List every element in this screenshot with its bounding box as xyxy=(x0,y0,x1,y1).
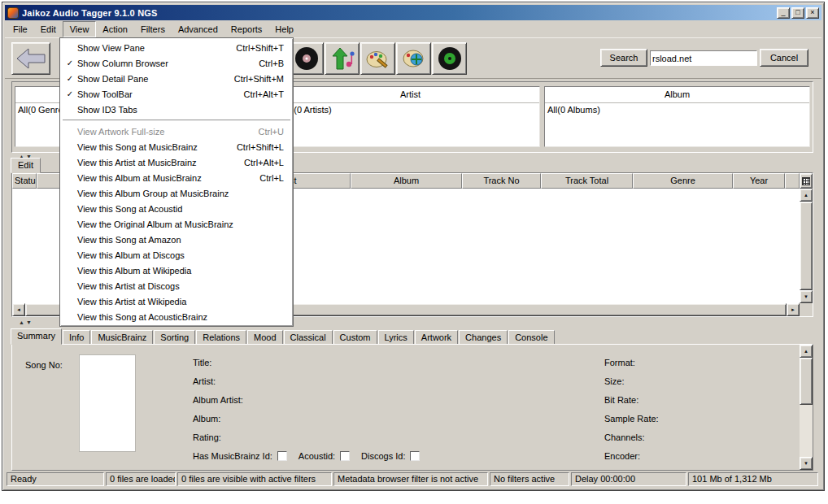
menu-view[interactable]: View xyxy=(63,21,97,37)
menu-item-view-artist-discogs[interactable]: View this Artist at Discogs xyxy=(61,278,292,293)
detail-tab-bar: Summary Info MusicBrainz Sorting Relatio… xyxy=(11,328,817,345)
menu-edit[interactable]: Edit xyxy=(34,22,63,37)
summary-scroll-track[interactable] xyxy=(800,405,813,457)
menu-item-show-view-pane[interactable]: Show View Pane Ctrl+Shift+T xyxy=(61,40,292,55)
back-button[interactable] xyxy=(11,42,50,75)
autocorrect-button[interactable] xyxy=(325,42,360,75)
close-button[interactable]: × xyxy=(806,7,819,19)
menu-item-view-song-acoustid[interactable]: View this Song at Acoustid xyxy=(61,201,292,216)
scroll-up-icon[interactable]: ▲ xyxy=(800,189,813,202)
column-header-status[interactable]: Status xyxy=(12,173,37,189)
menu-item-view-song-acousticbrainz[interactable]: View this Song at AcousticBrainz xyxy=(61,309,292,324)
vinyl-record-button[interactable] xyxy=(289,42,324,75)
minimize-button[interactable]: _ xyxy=(777,7,790,19)
tab-artwork[interactable]: Artwork xyxy=(415,330,458,345)
summary-scroll-thumb[interactable] xyxy=(800,358,813,405)
album-artist-label: Album Artist: xyxy=(193,395,243,405)
edit-palette-button[interactable] xyxy=(360,42,395,75)
sample-rate-label: Sample Rate: xyxy=(604,414,659,424)
scroll-down-icon[interactable]: ▼ xyxy=(800,457,813,470)
tab-classical[interactable]: Classical xyxy=(284,330,333,345)
menu-item-show-detail-pane[interactable]: ✓ Show Detail Pane Ctrl+Shift+M xyxy=(61,71,292,86)
tab-edit[interactable]: Edit xyxy=(11,158,41,173)
column-header-track-no[interactable]: Track No xyxy=(462,173,541,189)
tab-musicbrainz[interactable]: MusicBrainz xyxy=(91,330,153,345)
menu-filters[interactable]: Filters xyxy=(134,22,172,37)
menu-item-view-song-musicbrainz[interactable]: View this Song at MusicBrainz Ctrl+Shift… xyxy=(61,139,292,154)
menu-item-view-artist-wikipedia[interactable]: View this Artist at Wikipedia xyxy=(61,293,292,309)
scrollbar-corner xyxy=(800,303,813,316)
channels-label: Channels: xyxy=(604,432,645,442)
menu-item-view-album-discogs[interactable]: View this Album at Discogs xyxy=(61,247,292,263)
tab-sorting[interactable]: Sorting xyxy=(154,330,195,345)
column-header-track-total[interactable]: Track Total xyxy=(541,173,633,189)
column-header-year[interactable]: Year xyxy=(733,173,785,189)
menu-help[interactable]: Help xyxy=(268,22,300,37)
scroll-up-icon[interactable]: ▲ xyxy=(800,345,813,358)
artwork-palette-button[interactable] xyxy=(396,42,431,75)
record-label-button[interactable] xyxy=(432,42,467,75)
menu-item-show-id3-tabs[interactable]: Show ID3 Tabs xyxy=(61,102,292,117)
scroll-down-icon[interactable]: ▼ xyxy=(800,290,813,303)
artist-label: Artist: xyxy=(193,376,216,386)
artist-list-item[interactable]: All(0 Artists) xyxy=(281,103,539,116)
column-header-genre[interactable]: Genre xyxy=(633,173,733,189)
cancel-button[interactable]: Cancel xyxy=(760,49,808,67)
vertical-scroll-thumb[interactable] xyxy=(800,202,813,290)
status-delay: Delay 00:00:00 xyxy=(571,472,686,486)
album-list-item[interactable]: All(0 Albums) xyxy=(545,103,809,116)
app-icon xyxy=(7,7,19,19)
tab-custom[interactable]: Custom xyxy=(333,330,377,345)
size-label: Size: xyxy=(604,376,624,386)
artist-column[interactable]: Artist All(0 Artists) xyxy=(281,86,540,147)
search-button[interactable]: Search xyxy=(600,49,647,67)
menu-item-view-artist-musicbrainz[interactable]: View this Artist at MusicBrainz Ctrl+Alt… xyxy=(61,154,292,170)
menu-file[interactable]: File xyxy=(7,22,34,37)
search-input[interactable] xyxy=(650,50,757,66)
splitter-collapse-up-icon[interactable]: ▲ xyxy=(18,319,25,326)
menu-item-view-artwork-full-size[interactable]: View Artwork Full-size Ctrl+U xyxy=(61,124,292,139)
column-header-album[interactable]: Album xyxy=(351,173,462,189)
splitter-collapse-down-icon[interactable]: ▼ xyxy=(25,319,33,326)
menu-item-view-album-musicbrainz[interactable]: View this Album at MusicBrainz Ctrl+L xyxy=(61,170,292,185)
checkmark-icon: ✓ xyxy=(63,74,77,83)
discogs-id-checkbox[interactable] xyxy=(410,451,420,461)
menu-advanced[interactable]: Advanced xyxy=(172,22,224,37)
tab-mood[interactable]: Mood xyxy=(247,330,283,345)
rating-label: Rating: xyxy=(193,432,221,442)
song-no-label: Song No: xyxy=(25,360,63,370)
menu-item-view-album-group-musicbrainz[interactable]: View this Album Group at MusicBrainz xyxy=(61,185,292,201)
tab-relations[interactable]: Relations xyxy=(196,330,246,345)
menu-item-view-song-amazon[interactable]: View this Song at Amazon xyxy=(61,232,292,247)
title-label: Title: xyxy=(193,358,211,367)
tab-summary[interactable]: Summary xyxy=(11,328,62,345)
status-memory: 101 Mb of 1,312 Mb xyxy=(688,472,818,486)
menu-item-view-album-wikipedia[interactable]: View this Album at Wikipedia xyxy=(61,263,292,278)
musicbrainz-id-label: Has MusicBrainz Id: xyxy=(193,451,272,461)
tab-lyrics[interactable]: Lyrics xyxy=(378,330,414,345)
acoustid-checkbox[interactable] xyxy=(340,451,350,461)
palette-globe-icon xyxy=(401,46,427,72)
scroll-right-icon[interactable]: ► xyxy=(787,303,800,316)
column-chooser-button[interactable] xyxy=(800,173,813,189)
menu-item-show-column-browser[interactable]: ✓ Show Column Browser Ctrl+B xyxy=(61,55,292,71)
title-bar[interactable]: Jaikoz Audio Tagger 9.1.0 NGS _ □ × xyxy=(5,5,821,20)
tab-changes[interactable]: Changes xyxy=(459,330,508,345)
vinyl-record-icon xyxy=(294,46,320,72)
autocorrect-arrow-notes-icon xyxy=(329,46,355,72)
summary-pane: Song No: Title: Artist: Album Artist: Al… xyxy=(11,344,813,471)
menu-item-view-original-album-musicbrainz[interactable]: View the Original Album at MusicBrainz xyxy=(61,216,292,232)
scroll-left-icon[interactable]: ◄ xyxy=(12,303,25,316)
album-column[interactable]: Album All(0 Albums) xyxy=(544,86,810,147)
status-bar: Ready 0 files are loaded 0 files are vis… xyxy=(5,471,821,488)
menu-item-show-toolbar[interactable]: ✓ Show ToolBar Ctrl+Alt+T xyxy=(61,86,292,102)
album-column-header: Album xyxy=(545,87,809,103)
musicbrainz-id-checkbox[interactable] xyxy=(277,451,287,461)
menu-action[interactable]: Action xyxy=(96,22,134,37)
menu-reports[interactable]: Reports xyxy=(224,22,269,37)
status-filters: No filters active xyxy=(490,472,569,486)
acoustid-label: Acoustid: xyxy=(299,451,335,461)
tab-info[interactable]: Info xyxy=(63,330,90,345)
maximize-button[interactable]: □ xyxy=(791,7,804,19)
tab-console[interactable]: Console xyxy=(508,330,554,345)
